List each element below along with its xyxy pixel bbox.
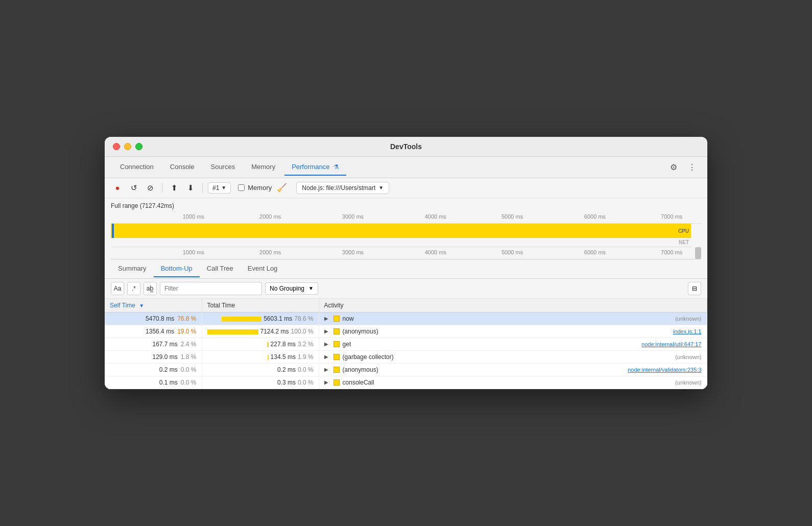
activity-name: (anonymous) xyxy=(343,366,378,373)
record-button[interactable]: ● xyxy=(111,181,124,195)
table-row[interactable]: 0.1 ms0.0 %0.3 ms0.0 %▶consoleCall(unkno… xyxy=(105,376,707,389)
table-row[interactable]: 129.0 ms1.8 %134.5 ms1.9 %▶(garbage coll… xyxy=(105,351,707,364)
source-link[interactable]: node:internal/validators:235:3 xyxy=(628,367,701,373)
b-marker-5000: 5000 ms xyxy=(501,249,523,255)
tab-console[interactable]: Console xyxy=(163,159,202,176)
expand-arrow[interactable]: ▶ xyxy=(324,341,330,347)
memory-icon-button[interactable]: 🧹 xyxy=(277,183,287,193)
clear-button[interactable]: ⊘ xyxy=(144,181,157,195)
activity-icon xyxy=(333,367,340,373)
download-button[interactable]: ⬇ xyxy=(184,181,197,195)
more-options-button[interactable]: ⋮ xyxy=(685,160,699,174)
activity-cell: ▶consoleCall(unknown) xyxy=(319,376,707,389)
case-sensitive-button[interactable]: Aa xyxy=(111,282,124,295)
self-time-cell: 1356.4 ms19.0 % xyxy=(105,325,202,338)
tab-performance[interactable]: Performance ⚗ xyxy=(284,159,346,176)
total-time-bar xyxy=(207,329,258,334)
tab-memory[interactable]: Memory xyxy=(244,159,282,176)
tab-connection[interactable]: Connection xyxy=(113,159,161,176)
table-row[interactable]: 167.7 ms2.4 %227.8 ms3.2 %▶getnode:inter… xyxy=(105,338,707,351)
col-activity[interactable]: Activity xyxy=(319,299,707,313)
memory-label[interactable]: Memory xyxy=(248,184,272,192)
total-time-value: 0.2 ms xyxy=(277,366,296,373)
self-time-pct: 76.8 % xyxy=(177,315,196,322)
self-time-pct: 0.0 % xyxy=(181,366,197,373)
scrollbar-handle[interactable] xyxy=(695,247,701,259)
selection-handle-left[interactable] xyxy=(112,224,114,238)
col-self-time[interactable]: Self Time ▼ xyxy=(105,299,202,313)
b-marker-3000: 3000 ms xyxy=(342,249,364,255)
activity-name: (garbage collector) xyxy=(343,353,394,361)
toolbar: ● ↺ ⊘ ⬆ ⬇ #1 ▼ Memory 🧹 Node.js: file://… xyxy=(105,178,707,198)
marker-3000: 3000 ms xyxy=(342,213,364,220)
source-link[interactable]: node:internal/util:647:17 xyxy=(641,341,701,347)
memory-checkbox[interactable] xyxy=(238,184,245,191)
close-button[interactable] xyxy=(113,143,120,150)
table-row[interactable]: 1356.4 ms19.0 %7124.2 ms100.0 %▶(anonymo… xyxy=(105,325,707,338)
table-row[interactable]: 0.2 ms0.0 %0.2 ms0.0 %▶(anonymous)node:i… xyxy=(105,364,707,376)
expand-arrow[interactable]: ▶ xyxy=(324,379,330,385)
source-link: (unknown) xyxy=(675,354,701,360)
tab-summary[interactable]: Summary xyxy=(111,260,154,277)
b-marker-4000: 4000 ms xyxy=(425,249,446,255)
table-row[interactable]: 5470.8 ms76.8 %5603.1 ms78.6 %▶now(unkno… xyxy=(105,312,707,325)
tab-sources[interactable]: Sources xyxy=(203,159,242,176)
upload-button[interactable]: ⬆ xyxy=(168,181,181,195)
total-time-pct: 0.0 % xyxy=(298,366,314,373)
self-time-value: 0.1 ms xyxy=(159,379,178,386)
activity-icon xyxy=(333,328,340,334)
b-marker-1000: 1000 ms xyxy=(183,249,204,255)
profile-select[interactable]: #1 ▼ xyxy=(208,182,231,194)
tab-bottom-up[interactable]: Bottom-Up xyxy=(154,260,200,277)
b-marker-6000: 6000 ms xyxy=(584,249,606,255)
expand-arrow[interactable]: ▶ xyxy=(324,367,330,372)
range-label: Full range (7127.42ms) xyxy=(111,202,701,209)
target-select[interactable]: Node.js: file:///Users/stmart ▼ xyxy=(296,182,389,194)
divider-1 xyxy=(162,183,162,193)
performance-table: Self Time ▼ Total Time Activity 5470.8 m… xyxy=(105,299,707,390)
self-time-value: 0.2 ms xyxy=(159,366,178,373)
source-link: (unknown) xyxy=(675,316,701,322)
tab-call-tree[interactable]: Call Tree xyxy=(200,260,241,277)
self-time-pct: 1.8 % xyxy=(181,353,197,361)
nav-actions: ⚙ ⋮ xyxy=(666,160,699,174)
marker-4000: 4000 ms xyxy=(425,213,446,220)
reload-button[interactable]: ↺ xyxy=(127,181,140,195)
filter-input[interactable] xyxy=(160,282,262,295)
grouping-select[interactable]: No Grouping ▼ xyxy=(265,282,318,295)
traffic-lights xyxy=(113,143,142,150)
net-bar: NET xyxy=(111,238,691,247)
activity-icon xyxy=(333,354,340,360)
whole-word-button[interactable]: ab̲ xyxy=(144,282,157,295)
marker-7000: 7000 ms xyxy=(661,213,682,220)
activity-name: consoleCall xyxy=(343,379,374,386)
devtools-window: DevTools Connection Console Sources Memo… xyxy=(105,137,707,390)
regex-button[interactable]: .* xyxy=(127,282,140,295)
sidebar-toggle-button[interactable]: ⊟ xyxy=(688,282,701,295)
filter-bar: Aa .* ab̲ No Grouping ▼ ⊟ xyxy=(105,279,707,299)
expand-arrow[interactable]: ▶ xyxy=(324,328,330,334)
cpu-label: CPU xyxy=(678,228,689,233)
grouping-chevron-icon: ▼ xyxy=(308,285,314,291)
col-total-time[interactable]: Total Time xyxy=(202,299,319,313)
top-ruler: 1000 ms 2000 ms 3000 ms 4000 ms 5000 ms … xyxy=(111,211,701,224)
total-time-pct: 78.6 % xyxy=(294,315,313,322)
marker-6000: 6000 ms xyxy=(584,213,606,220)
settings-button[interactable]: ⚙ xyxy=(666,160,681,174)
expand-arrow[interactable]: ▶ xyxy=(324,354,330,360)
expand-arrow[interactable]: ▶ xyxy=(324,316,330,321)
minimize-button[interactable] xyxy=(124,143,131,150)
marker-5000: 5000 ms xyxy=(501,213,523,220)
tab-event-log[interactable]: Event Log xyxy=(241,260,285,277)
bottom-tabs-bar: Summary Bottom-Up Call Tree Event Log xyxy=(105,259,707,279)
source-link[interactable]: index.js:1:1 xyxy=(673,328,702,334)
total-time-pct: 100.0 % xyxy=(291,328,314,335)
bottom-ruler: 1000 ms 2000 ms 3000 ms 4000 ms 5000 ms … xyxy=(111,247,701,259)
total-time-cell: 0.2 ms0.0 % xyxy=(202,364,319,376)
maximize-button[interactable] xyxy=(135,143,142,150)
total-time-cell: 134.5 ms1.9 % xyxy=(202,351,319,364)
total-time-value: 227.8 ms xyxy=(271,341,296,348)
window-title: DevTools xyxy=(390,142,422,151)
self-time-pct: 19.0 % xyxy=(177,328,196,335)
self-time-cell: 167.7 ms2.4 % xyxy=(105,338,202,351)
